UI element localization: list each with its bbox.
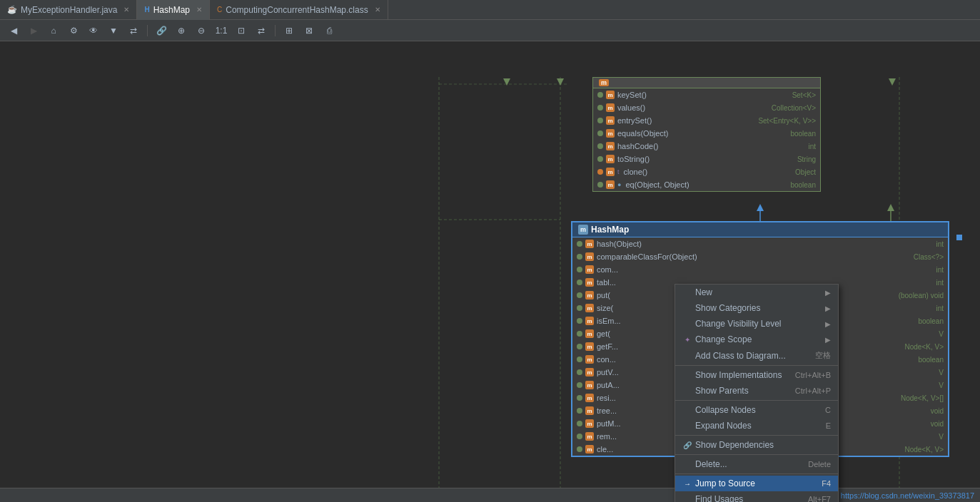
nav-forward-btn[interactable]: ▶: [26, 23, 41, 39]
nav-back-btn[interactable]: ◀: [6, 23, 21, 39]
method-icon: m: [606, 180, 615, 189]
settings-btn[interactable]: ⚙: [66, 23, 81, 39]
context-menu: New ▶ Show Categories ▶ Change Visibilit…: [675, 284, 839, 502]
status-url: https://blog.csdn.net/weixin_39373817: [841, 491, 974, 500]
toolbar-sep1: [147, 25, 148, 36]
svg-marker-8: [887, 204, 894, 211]
upper-node-icon: m: [599, 79, 609, 86]
ctx-find-label: Find Usages: [695, 494, 802, 502]
method-icon: m: [606, 103, 615, 112]
tab-hashmap[interactable]: H HashMap ✕: [137, 0, 210, 20]
ctx-new-label: New: [695, 287, 822, 297]
method-hashcode-name: hashCode(): [617, 142, 805, 150]
method-row-equals: m equals(Object) boolean: [593, 127, 820, 140]
ctx-show-parents[interactable]: Show Parents Ctrl+Alt+P: [675, 383, 838, 399]
eye-btn[interactable]: 👁: [86, 23, 101, 39]
ctx-collapse[interactable]: Collapse Nodes C: [675, 402, 838, 418]
ctx-scope-arrow: ▶: [825, 336, 831, 344]
method-icon: m: [606, 116, 615, 125]
expand-btn[interactable]: ⇄: [253, 23, 269, 39]
vis-dot: [597, 182, 603, 188]
ctx-visibility-label: Change Visibility Level: [695, 319, 822, 329]
ctx-collapse-shortcut: C: [825, 406, 831, 414]
tab-computing[interactable]: C ComputingConcurrentHashMap.class ✕: [210, 0, 388, 20]
ctx-change-scope[interactable]: ✦ Change Scope ▶: [675, 332, 838, 347]
add-btn[interactable]: ⊞: [281, 23, 297, 39]
method-entryset-name: entrySet(): [617, 116, 755, 125]
tab-computing-label: ComputingConcurrentHashMap.class: [226, 5, 368, 15]
method-clone-return: Object: [795, 168, 816, 176]
tab-computing-close[interactable]: ✕: [375, 6, 380, 14]
ctx-change-visibility[interactable]: Change Visibility Level ▶: [675, 316, 838, 332]
ctx-categories-label: Show Categories: [695, 303, 822, 313]
ctx-deps-icon: 🔗: [682, 441, 692, 449]
export-btn[interactable]: ⊠: [301, 23, 317, 39]
method-eq-return: boolean: [790, 181, 816, 189]
ctx-jump-shortcut: F4: [822, 479, 831, 488]
vis-dot: [597, 118, 603, 123]
method-clone-name: clone(): [624, 168, 793, 176]
fit-all-btn[interactable]: ⊡: [233, 23, 249, 39]
method-tostring-name: toString(): [617, 155, 794, 163]
ctx-expand-shortcut: E: [826, 421, 831, 430]
method-row-eq: m ● eq(Object, Object) boolean: [593, 178, 820, 191]
ctx-show-deps[interactable]: 🔗 Show Dependencies: [675, 437, 838, 453]
ctx-show-impl[interactable]: Show Implementations Ctrl+Alt+B: [675, 367, 838, 383]
vis-dot: [597, 105, 603, 111]
ctx-scope-icon: ✦: [682, 336, 692, 344]
method-tostring-return: String: [797, 155, 816, 163]
method-row-tostring: m toString() String: [593, 153, 820, 165]
tab-myexception-close[interactable]: ✕: [123, 6, 129, 14]
diagram-canvas[interactable]: m m keySet() Set<K> m values() Collectio…: [0, 41, 980, 502]
svg-marker-9: [503, 78, 510, 86]
method-keyset-name: keySet(): [617, 91, 789, 99]
ctx-collapse-label: Collapse Nodes: [695, 405, 819, 415]
ctx-delete[interactable]: Delete... Delete: [675, 456, 838, 472]
print-btn[interactable]: ⎙: [321, 23, 337, 39]
method-icon: m: [606, 129, 615, 138]
method-eq-name: eq(Object, Object): [625, 180, 787, 189]
ctx-addclass-label: Add Class to Diagram...: [695, 351, 809, 361]
link-btn[interactable]: 🔗: [153, 23, 169, 39]
fit-btn[interactable]: 1:1: [213, 23, 229, 39]
method-row-keyset: m keySet() Set<K>: [593, 88, 820, 101]
ctx-delete-shortcut: Delete: [808, 460, 831, 468]
vis-dot: [597, 92, 603, 98]
ctx-add-class[interactable]: Add Class to Diagram... 空格: [675, 347, 838, 364]
ctx-new[interactable]: New ▶: [675, 285, 838, 300]
method-row-values: m values() Collection<V>: [593, 101, 820, 114]
zoom-in-btn[interactable]: ⊕: [173, 23, 189, 39]
ctx-parents-label: Show Parents: [695, 386, 789, 396]
method-equals-name: equals(Object): [617, 129, 787, 138]
route-btn[interactable]: ⇄: [126, 23, 141, 39]
hm-row-comparable: m comparableClassFor(Object) Class<?>: [572, 250, 948, 263]
upper-node-header: m: [593, 78, 820, 88]
tab-myexception[interactable]: ☕ MyExceptionHandler.java ✕: [0, 0, 137, 20]
ctx-find-usages[interactable]: Find Usages Alt+F7: [675, 491, 838, 502]
ctx-jump-to-source[interactable]: → Jump to Source F4: [675, 476, 838, 491]
hashmap-header: m HashMap: [572, 222, 948, 237]
ctx-parents-shortcut: Ctrl+Alt+P: [795, 386, 831, 395]
method-icon: m: [606, 168, 615, 176]
ctx-deps-label: Show Dependencies: [695, 440, 831, 450]
ctx-sep4: [675, 454, 838, 455]
hashmap-icon: H: [144, 6, 149, 14]
ctx-addclass-shortcut: 空格: [815, 350, 831, 361]
method-icon: m: [606, 91, 615, 99]
upper-node: m m keySet() Set<K> m values() Collectio…: [592, 77, 821, 192]
tab-myexception-label: MyExceptionHandler.java: [21, 5, 117, 15]
ctx-jump-label: Jump to Source: [695, 478, 816, 488]
ctx-expand[interactable]: Expand Nodes E: [675, 418, 838, 434]
toolbar: ◀ ▶ ⌂ ⚙ 👁 ▼ ⇄ 🔗 ⊕ ⊖ 1:1 ⊡ ⇄ ⊞ ⊠ ⎙: [0, 20, 980, 41]
home-btn[interactable]: ⌂: [46, 23, 61, 39]
method-values-name: values(): [617, 103, 769, 112]
filter-btn[interactable]: ▼: [106, 23, 121, 39]
tab-hashmap-close[interactable]: ✕: [196, 6, 202, 14]
vis-dot: [597, 130, 603, 136]
ctx-show-categories[interactable]: Show Categories ▶: [675, 300, 838, 316]
vis-dot: [597, 156, 603, 162]
ctx-sep2: [675, 400, 838, 401]
vis-dot-prot: [597, 169, 603, 175]
zoom-out-btn[interactable]: ⊖: [193, 23, 209, 39]
ctx-sep3: [675, 435, 838, 436]
